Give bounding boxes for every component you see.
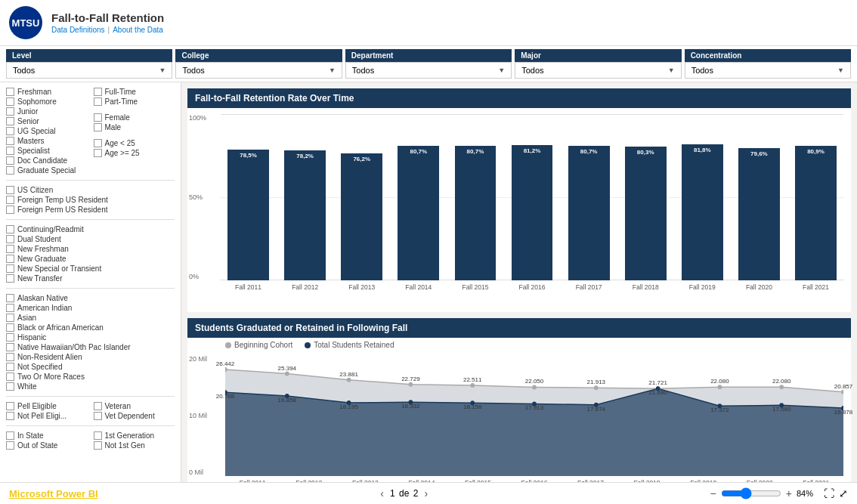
checkbox[interactable] [94,412,102,420]
residency2-generation-section: In StateOut of State 1st GenerationNot 1… [6,431,175,450]
sidebar-item-age[interactable]: Age >= 25 [94,148,175,158]
checkbox[interactable] [6,333,14,342]
sidebar-student-type-item[interactable]: Dual Student [6,234,175,244]
checkbox[interactable] [6,255,14,263]
checkbox[interactable] [6,343,14,351]
filter-select-3[interactable]: Todos ▼ [515,62,681,79]
sidebar-ethnicity-item[interactable]: Two Or More Races [6,372,175,382]
checkbox[interactable] [6,137,14,145]
next-page-arrow[interactable]: › [424,487,428,499]
checkbox[interactable] [6,264,14,273]
pbi-logo[interactable]: Microsoft Power BI [9,488,98,499]
sidebar-pell-item[interactable]: Not Pell Eligi... [6,411,88,421]
sidebar-student-type-item[interactable]: New Transfer [6,274,175,283]
sidebar-item-part-time[interactable]: Part-Time [94,97,175,107]
filter-select-4[interactable]: Todos ▼ [685,62,851,79]
sidebar-item-male[interactable]: Male [94,122,175,132]
sidebar-student-type-item[interactable]: New Special or Transient [6,264,175,274]
checkbox[interactable] [6,402,14,410]
checkbox[interactable] [6,441,14,450]
checkbox[interactable] [6,206,14,214]
sidebar-student-type-item[interactable]: New Freshman [6,244,175,254]
prev-page-arrow[interactable]: ‹ [380,487,384,499]
checkbox[interactable] [94,149,102,157]
sidebar-item-female[interactable]: Female [94,113,175,122]
checkbox[interactable] [6,294,14,302]
sidebar-veteran-item[interactable]: Veteran [94,401,175,411]
data-definitions-link[interactable]: Data Definitions [51,26,105,34]
sidebar-item-ug-special[interactable]: UG Special [6,126,88,136]
checkbox[interactable] [6,382,14,391]
sidebar-residency-item[interactable]: Foreign Temp US Resident [6,195,175,205]
sidebar-item-age[interactable]: Age < 25 [94,138,175,148]
sidebar-ethnicity-item[interactable]: White [6,382,175,391]
filter-select-0[interactable]: Todos ▼ [6,62,172,79]
sidebar-item-specialist[interactable]: Specialist [6,146,88,156]
zoom-plus[interactable]: + [786,487,792,499]
sidebar-item-freshman[interactable]: Freshman [6,87,88,97]
checkbox[interactable] [6,245,14,253]
sidebar-residency2-item[interactable]: Out of State [6,441,88,450]
sidebar-student-type-item[interactable]: Continuing/Readmit [6,224,175,234]
sidebar-ethnicity-item[interactable]: Hispanic [6,332,175,342]
sidebar-student-type-item[interactable]: New Graduate [6,254,175,264]
sidebar-item-doc-candidate[interactable]: Doc Candidate [6,156,88,165]
checkbox[interactable] [6,373,14,381]
about-data-link[interactable]: About the Data [113,26,163,34]
checkbox[interactable] [6,235,14,243]
checkbox[interactable] [6,314,14,322]
sidebar-ethnicity-item[interactable]: Not Specified [6,362,175,372]
checkbox[interactable] [6,156,14,165]
sidebar-ethnicity-item[interactable]: American Indian [6,303,175,313]
checkbox[interactable] [94,97,102,106]
checkbox[interactable] [94,123,102,131]
sidebar-item-graduate-special[interactable]: Graduate Special [6,165,88,175]
expand-icon[interactable]: ⤢ [839,487,848,499]
checkbox[interactable] [6,196,14,204]
filter-select-2[interactable]: Todos ▼ [345,62,512,79]
zoom-slider[interactable] [721,487,781,499]
sidebar-ethnicity-item[interactable]: Alaskan Native [6,293,175,303]
sidebar-residency2-item[interactable]: In State [6,431,88,441]
checkbox[interactable] [94,402,102,410]
sidebar-generation-item[interactable]: Not 1st Gen [94,441,175,450]
checkbox[interactable] [94,431,102,440]
sidebar-item-junior[interactable]: Junior [6,107,88,116]
sidebar-ethnicity-item[interactable]: Non-Resident Alien [6,352,175,362]
sidebar-residency-item[interactable]: US Citizen [6,185,175,195]
checkbox[interactable] [6,88,14,96]
checkbox[interactable] [6,304,14,312]
filter-select-1[interactable]: Todos ▼ [175,62,342,79]
checkbox[interactable] [94,441,102,450]
checkbox[interactable] [6,147,14,155]
checkbox[interactable] [6,186,14,194]
checkbox[interactable] [6,431,14,440]
sidebar-pell-item[interactable]: Pell Eligible [6,401,88,411]
checkbox[interactable] [6,323,14,332]
checkbox[interactable] [6,274,14,283]
sidebar-ethnicity-item[interactable]: Asian [6,313,175,323]
sidebar-ethnicity-item[interactable]: Native Hawaiian/Oth Pac Islander [6,342,175,352]
checkbox[interactable] [6,97,14,106]
checkbox[interactable] [6,225,14,233]
sidebar-veteran-item[interactable]: Vet Dependent [94,411,175,421]
zoom-minus[interactable]: − [710,487,716,499]
sidebar-residency-item[interactable]: Foreign Perm US Resident [6,205,175,215]
checkbox[interactable] [6,107,14,116]
checkbox[interactable] [94,88,102,96]
checkbox[interactable] [6,363,14,371]
checkbox[interactable] [6,412,14,420]
sidebar-ethnicity-item[interactable]: Black or African American [6,323,175,332]
checkbox[interactable] [6,166,14,175]
sidebar-item-sophomore[interactable]: Sophomore [6,97,88,107]
sidebar-item-masters[interactable]: Masters [6,136,88,146]
checkbox[interactable] [6,353,14,361]
checkbox[interactable] [6,117,14,125]
checkbox[interactable] [6,127,14,135]
checkbox[interactable] [94,139,102,147]
sidebar-generation-item[interactable]: 1st Generation [94,431,175,441]
fit-screen-icon[interactable]: ⛶ [824,487,834,499]
sidebar-item-senior[interactable]: Senior [6,116,88,126]
checkbox[interactable] [94,113,102,122]
sidebar-item-full-time[interactable]: Full-Time [94,87,175,97]
